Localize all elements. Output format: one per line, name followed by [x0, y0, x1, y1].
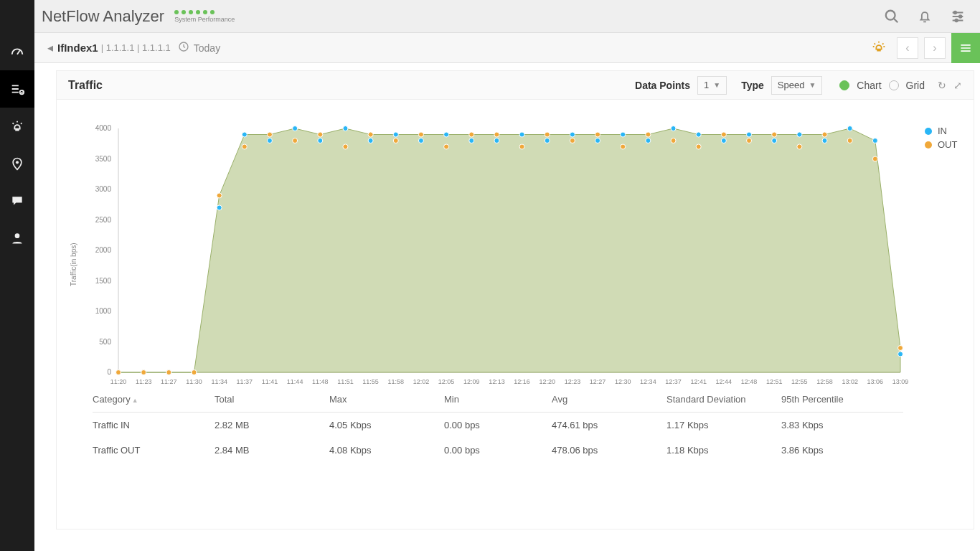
svg-point-42	[872, 138, 877, 143]
panel-header: Traffic Data Points 1▼ Type Speed▼ Chart…	[57, 71, 974, 100]
sidebar-item-user[interactable]	[0, 220, 34, 257]
app-title: NetFlow Analyzer	[42, 7, 164, 26]
svg-point-36	[721, 138, 726, 143]
cell-avg: 474.61 bps	[552, 420, 666, 430]
refresh-icon[interactable]: ↻	[938, 80, 946, 91]
svg-point-22	[368, 138, 373, 143]
stats-table: Category▲ Total Max Min Avg Standard Dev…	[93, 387, 903, 463]
type-label: Type	[741, 80, 764, 91]
data-points-select[interactable]: 1▼	[697, 76, 727, 95]
grid-radio[interactable]	[889, 80, 899, 90]
table-row: Traffic IN2.82 MB4.05 Kbps0.00 bps474.61…	[93, 413, 903, 438]
svg-point-54	[368, 132, 373, 137]
svg-point-39	[797, 132, 802, 137]
svg-point-55	[393, 138, 398, 143]
svg-point-65	[646, 132, 651, 137]
panel-menu-button[interactable]	[951, 33, 980, 63]
svg-point-40	[822, 138, 827, 143]
svg-point-43	[898, 352, 903, 357]
svg-point-35	[696, 132, 701, 137]
col-sd[interactable]: Standard Deviation	[666, 394, 781, 405]
col-category[interactable]: Category▲	[93, 394, 215, 405]
col-total[interactable]: Total	[215, 394, 329, 405]
svg-point-51	[293, 138, 298, 143]
cell-category: Traffic OUT	[93, 445, 215, 456]
type-select[interactable]: Speed▼	[771, 76, 823, 95]
svg-point-20	[318, 138, 323, 143]
svg-point-59	[494, 132, 499, 137]
svg-point-5	[886, 10, 895, 19]
pin-icon	[10, 156, 24, 171]
svg-point-31	[595, 138, 600, 143]
svg-point-75	[898, 346, 903, 351]
left-sidebar	[0, 0, 34, 551]
svg-point-52	[318, 132, 323, 137]
cell-p95: 3.86 Kbps	[781, 445, 896, 456]
svg-point-1	[16, 161, 18, 164]
sidebar-item-chat[interactable]	[0, 182, 34, 220]
svg-point-48	[217, 193, 222, 198]
traffic-chart[interactable]: Traffic(in bps) 050010001500200025003000…	[68, 121, 915, 380]
sidebar-item-maps[interactable]	[0, 145, 34, 182]
interface-path: | 1.1.1.1 | 1.1.1.1	[101, 42, 171, 53]
svg-point-72	[822, 132, 827, 137]
svg-point-70	[772, 132, 777, 137]
svg-point-17	[242, 132, 247, 137]
svg-point-50	[267, 132, 272, 137]
sidebar-item-alarms[interactable]	[0, 108, 34, 145]
svg-point-61	[545, 132, 550, 137]
cell-max: 4.05 Kbps	[329, 420, 444, 430]
svg-point-24	[418, 138, 423, 143]
data-points-label: Data Points	[635, 80, 690, 91]
alarm-icon[interactable]	[871, 39, 887, 57]
top-header: NetFlow Analyzer System Performance	[0, 0, 980, 33]
svg-point-29	[545, 138, 550, 143]
chart-radio[interactable]	[839, 80, 849, 90]
svg-point-38	[772, 138, 777, 143]
svg-point-62	[570, 138, 575, 143]
cell-p95: 3.83 Kbps	[781, 420, 896, 430]
legend-item-in[interactable]: IN	[925, 126, 957, 136]
sidebar-item-dashboard[interactable]	[0, 33, 34, 70]
col-min[interactable]: Min	[444, 394, 552, 405]
svg-point-19	[293, 126, 298, 131]
sidebar-item-inventory[interactable]	[0, 70, 34, 108]
expand-icon[interactable]: ⤢	[953, 80, 962, 91]
svg-point-27	[494, 138, 499, 143]
svg-point-47	[192, 370, 197, 375]
chart-legend: IN OUT	[925, 126, 957, 153]
svg-point-53	[343, 144, 348, 149]
back-button[interactable]: ◂	[43, 41, 57, 55]
interface-title: IfIndex1	[57, 42, 98, 54]
search-icon[interactable]	[884, 9, 900, 24]
svg-point-64	[621, 144, 626, 149]
clock-icon	[178, 41, 189, 55]
svg-point-25	[444, 132, 449, 137]
svg-point-66	[671, 138, 676, 143]
bell-icon[interactable]	[917, 9, 933, 24]
col-max[interactable]: Max	[329, 394, 444, 405]
col-avg[interactable]: Avg	[552, 394, 666, 405]
system-performance-indicator[interactable]: System Performance	[174, 10, 235, 23]
traffic-panel: Traffic Data Points 1▼ Type Speed▼ Chart…	[56, 70, 974, 529]
svg-point-63	[595, 132, 600, 137]
timeframe-link[interactable]: Today	[194, 42, 220, 54]
svg-point-37	[747, 132, 752, 137]
svg-point-73	[847, 138, 852, 143]
cell-total: 2.82 MB	[215, 420, 329, 430]
svg-point-60	[519, 144, 524, 149]
chat-icon	[10, 194, 24, 208]
user-icon	[10, 231, 24, 245]
settings-icon[interactable]	[950, 9, 966, 24]
grid-radio-label: Grid	[906, 80, 925, 91]
prev-button[interactable]: ‹	[897, 37, 918, 59]
svg-point-16	[217, 205, 222, 210]
svg-point-30	[570, 132, 575, 137]
svg-point-23	[393, 132, 398, 137]
cell-sd: 1.18 Kbps	[666, 445, 781, 456]
legend-item-out[interactable]: OUT	[925, 139, 957, 150]
next-button[interactable]: ›	[924, 37, 946, 59]
svg-point-41	[847, 126, 852, 131]
svg-point-57	[444, 144, 449, 149]
col-p95[interactable]: 95th Percentile	[781, 394, 896, 405]
